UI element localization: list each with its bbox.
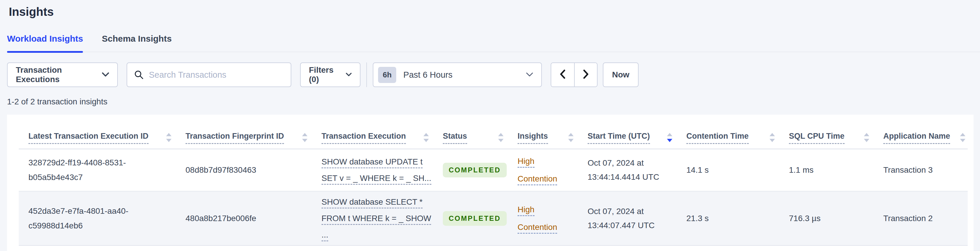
transaction-execution-link[interactable]: SHOW database SELECT * FROM t WHERE k = … [321, 194, 443, 243]
chevron-down-icon [346, 73, 352, 77]
sort-icon[interactable] [498, 133, 504, 142]
tabbar: Workload Insights Schema Insights [7, 34, 980, 52]
search-icon [134, 70, 143, 80]
sql-cpu-time: 716.3 µs [789, 212, 883, 225]
sql-cpu-time: 1.1 ms [789, 163, 883, 177]
column-header-latest-transaction-execution-id[interactable]: Latest Transaction Execution ID [19, 131, 186, 149]
chevron-left-icon [560, 69, 566, 80]
contention-time: 21.3 s [686, 212, 789, 225]
latest-transaction-execution-id: 452da3e7-e7fa-4801-aa40- c59988d14eb6 [19, 204, 186, 233]
tab-workload-insights[interactable]: Workload Insights [7, 34, 83, 51]
column-header-transaction-fingerprint-id[interactable]: Transaction Fingerprint ID [186, 131, 321, 149]
insight-link[interactable]: High Contention [517, 201, 588, 236]
sort-icon[interactable] [863, 133, 870, 142]
status-cell: COMPLETED [443, 163, 517, 177]
time-range-badge: 6h [378, 67, 396, 83]
table-row: 452da3e7-e7fa-4801-aa40- c59988d14eb6 48… [19, 192, 968, 246]
time-prev-button[interactable] [551, 63, 574, 86]
insights-table: Latest Transaction Execution ID Transact… [19, 115, 968, 246]
time-range-label: Past 6 Hours [403, 70, 452, 80]
sort-icon[interactable] [423, 133, 430, 142]
transaction-execution-link[interactable]: SHOW database UPDATE t SET v = _ WHERE k… [321, 153, 443, 187]
time-range-picker[interactable]: 6h Past 6 Hours [373, 62, 542, 87]
insight-link[interactable]: High Contention [517, 152, 588, 188]
contention-time: 14.1 s [686, 163, 789, 177]
start-time: Oct 07, 2024 at 13:44:07.447 UTC [588, 205, 686, 232]
application-name: Transaction 3 [883, 163, 968, 177]
start-time: Oct 07, 2024 at 13:44:14.4414 UTC [588, 156, 686, 184]
table-row: 328729d2-ff19-4408-8531- b05a5b4e43c7 08… [19, 149, 968, 192]
transaction-fingerprint-id: 480a8b217be006fe [186, 212, 321, 225]
insights-page: Insights Workload Insights Schema Insigh… [0, 5, 980, 251]
column-header-start-time[interactable]: Start Time (UTC) [588, 131, 686, 149]
time-next-button[interactable] [574, 63, 597, 86]
insights-table-card: Latest Transaction Execution ID Transact… [7, 115, 974, 251]
status-cell: COMPLETED [443, 211, 517, 226]
application-name: Transaction 2 [883, 212, 968, 225]
sort-icon[interactable] [769, 133, 775, 142]
table-header-row: Latest Transaction Execution ID Transact… [19, 115, 968, 149]
chevron-right-icon [582, 69, 589, 80]
column-header-sql-cpu-time[interactable]: SQL CPU Time [789, 131, 883, 149]
search-input[interactable] [149, 70, 284, 80]
tab-workload-insights-label: Workload Insights [7, 34, 83, 43]
status-badge: COMPLETED [443, 211, 507, 226]
filters-button[interactable]: Filters (0) [300, 62, 361, 87]
column-header-transaction-execution[interactable]: Transaction Execution [321, 131, 443, 149]
column-header-application-name[interactable]: Application Name [883, 131, 968, 149]
controls-row: Transaction Executions Filters (0) 6h Pa… [7, 62, 980, 87]
tab-schema-insights-label: Schema Insights [102, 34, 172, 43]
results-count: 1-2 of 2 transaction insights [7, 96, 980, 107]
column-header-status[interactable]: Status [443, 131, 517, 149]
entity-type-select[interactable]: Transaction Executions [7, 62, 118, 87]
filters-button-label: Filters (0) [309, 66, 342, 84]
latest-transaction-execution-id: 328729d2-ff19-4408-8531- b05a5b4e43c7 [19, 155, 186, 185]
entity-type-select-label: Transaction Executions [16, 66, 96, 84]
column-header-contention-time[interactable]: Contention Time [686, 131, 789, 149]
sort-icon[interactable] [302, 133, 308, 142]
sort-icon[interactable] [959, 133, 966, 142]
search-box [127, 62, 291, 87]
status-badge: COMPLETED [443, 163, 507, 177]
now-button-label: Now [612, 70, 629, 80]
sort-icon[interactable] [165, 133, 172, 142]
now-button[interactable]: Now [603, 62, 639, 87]
sort-icon-active-desc[interactable] [667, 133, 673, 142]
transaction-fingerprint-id: 08d8b7d97f830463 [186, 163, 321, 177]
chevron-down-icon [526, 72, 533, 77]
controls-divider [366, 62, 367, 87]
sort-icon[interactable] [568, 133, 574, 142]
page-title: Insights [9, 5, 980, 19]
chevron-down-icon [102, 72, 109, 77]
column-header-insights[interactable]: Insights [517, 131, 588, 149]
time-step-buttons [550, 62, 598, 87]
tab-schema-insights[interactable]: Schema Insights [102, 34, 172, 51]
